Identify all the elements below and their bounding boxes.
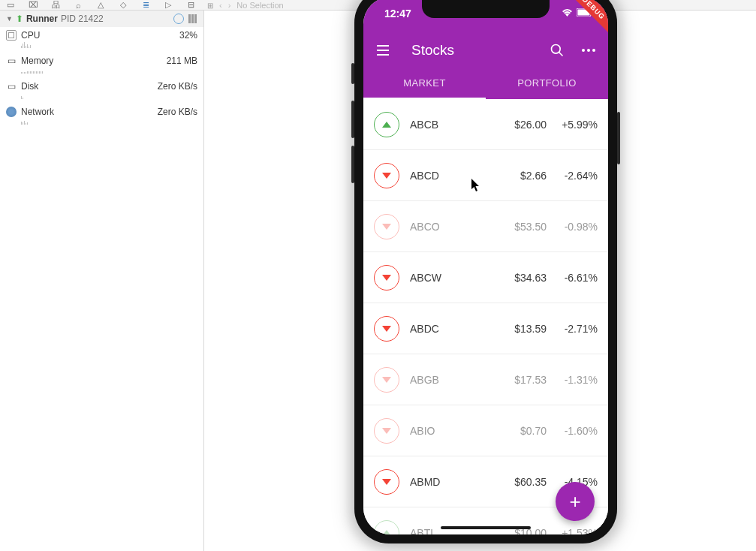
memory-icon: ▭ [6,56,17,66]
stock-change: -1.60% [560,425,598,437]
stock-symbol: ABCO [410,221,514,233]
volume-up-button[interactable] [351,101,354,138]
debug-sidebar: ▼ ⬆ Runner PID 21422 CPU 32% ▭ Memory 21… [0,11,204,551]
stock-symbol: ABCW [410,272,514,284]
device-notch [422,0,550,18]
svg-point-6 [587,49,590,52]
stock-price: $26.00 [514,119,547,131]
metric-label: Disk [21,81,38,92]
stock-row[interactable]: ABCB$26.00+5.99% [363,99,608,150]
tab-label: PORTFOLIO [517,77,576,89]
warning-icon[interactable]: △ [95,0,107,11]
simulator-device: DEBUG 12:47 [354,0,617,543]
nav-forward-icon[interactable]: › [228,1,231,10]
breadcrumb-bar: ⊞ ‹ › No Selection [207,0,284,11]
network-icon [6,107,17,117]
metric-network[interactable]: Network Zero KB/s [0,104,203,117]
silence-switch[interactable] [351,63,354,84]
hierarchy-icon[interactable]: 品 [50,0,62,11]
tab-portfolio[interactable]: PORTFOLIO [486,66,608,99]
simulator-screen[interactable]: DEBUG 12:47 [363,0,608,534]
trend-down-icon [374,163,399,188]
stock-row[interactable]: ABCW$34.63-6.61% [363,252,608,303]
svg-point-7 [592,49,595,52]
stock-price: $17.53 [514,374,547,386]
main-editor-area: DEBUG 12:47 [204,11,756,551]
metric-label: CPU [21,30,40,41]
stock-symbol: ABDC [410,323,514,335]
breadcrumb-text: No Selection [236,1,283,10]
status-time: 12:47 [384,8,411,20]
metric-value: Zero KB/s [158,107,197,117]
running-icon: ⬆ [16,14,23,24]
grid-icon[interactable]: ⊞ [207,2,213,10]
columns-icon[interactable] [188,14,197,23]
gauge-icon[interactable]: ≣ [140,0,152,11]
log-icon[interactable]: ⊟ [185,0,197,11]
stock-row[interactable]: ABCO$53.50-0.98% [363,201,608,252]
metric-cpu[interactable]: CPU 32% [0,27,203,41]
search-icon[interactable]: ⌕ [72,0,84,11]
trend-down-icon [374,265,399,291]
tab-label: MARKET [403,77,446,89]
stock-price: $53.50 [514,221,547,233]
stock-row[interactable]: ABDC$13.59-2.71% [363,303,608,354]
metric-disk[interactable]: ▭ Disk Zero KB/s [0,78,203,92]
fab-add[interactable]: + [556,482,595,521]
trend-up-icon [374,520,399,535]
mouse-cursor [471,179,480,192]
memory-sparkline [0,66,203,78]
more-icon[interactable] [580,41,598,59]
filter-icon[interactable] [173,14,184,24]
runner-row[interactable]: ▼ ⬆ Runner PID 21422 [0,11,203,27]
metric-value: 32% [179,30,197,41]
tab-market[interactable]: MARKET [363,66,486,99]
stock-symbol: ABCD [410,170,520,182]
stock-price: $0.70 [520,425,547,437]
person-icon[interactable]: ⌧ [27,0,39,11]
trend-down-icon [374,418,399,444]
network-sparkline [0,117,203,129]
app-title: Stocks [411,42,548,59]
tab-bar: MARKET PORTFOLIO [363,66,608,99]
disclosure-icon[interactable]: ▼ [6,15,13,23]
metric-memory[interactable]: ▭ Memory 211 MB [0,53,203,66]
volume-down-button[interactable] [351,146,354,183]
stock-symbol: ABIO [410,425,520,437]
stock-change: -2.64% [560,170,598,182]
trend-down-icon [374,214,399,239]
wifi-icon [562,8,573,19]
stock-change: +1.53% [560,527,598,535]
metric-label: Network [21,107,54,117]
trend-down-icon [374,316,399,342]
stock-change: -0.98% [560,221,598,233]
disk-icon: ▭ [6,81,17,92]
stock-symbol: ABCB [410,119,514,131]
stock-row[interactable]: ABCD$2.66-2.64% [363,150,608,201]
nav-back-icon[interactable]: ‹ [219,1,222,10]
stock-change: -1.31% [560,374,598,386]
breakpoint-icon[interactable]: ▷ [162,0,174,11]
menu-icon[interactable] [374,41,392,59]
svg-point-5 [582,49,585,52]
stock-price: $34.63 [514,272,547,284]
stock-row[interactable]: ABIO$0.70-1.60% [363,405,608,456]
stock-row[interactable]: ABGB$17.53-1.31% [363,354,608,405]
stock-list[interactable]: ABCB$26.00+5.99%ABCD$2.66-2.64%ABCO$53.5… [363,99,608,534]
stock-price: $13.59 [514,323,547,335]
app-bar: Stocks [363,30,608,66]
svg-line-4 [559,53,563,56]
cpu-icon [6,30,17,41]
metric-value: Zero KB/s [158,81,197,92]
home-indicator[interactable] [441,526,531,529]
fab-label: + [569,490,580,513]
tag-icon[interactable]: ◇ [117,0,129,11]
cpu-sparkline [0,41,203,53]
folder-icon[interactable]: ▭ [5,0,17,11]
power-button[interactable] [617,112,620,164]
search-icon[interactable] [548,41,566,59]
svg-point-3 [552,45,561,54]
metric-label: Memory [21,56,53,66]
stock-change: -6.61% [560,272,598,284]
runner-name: Runner [26,14,58,24]
